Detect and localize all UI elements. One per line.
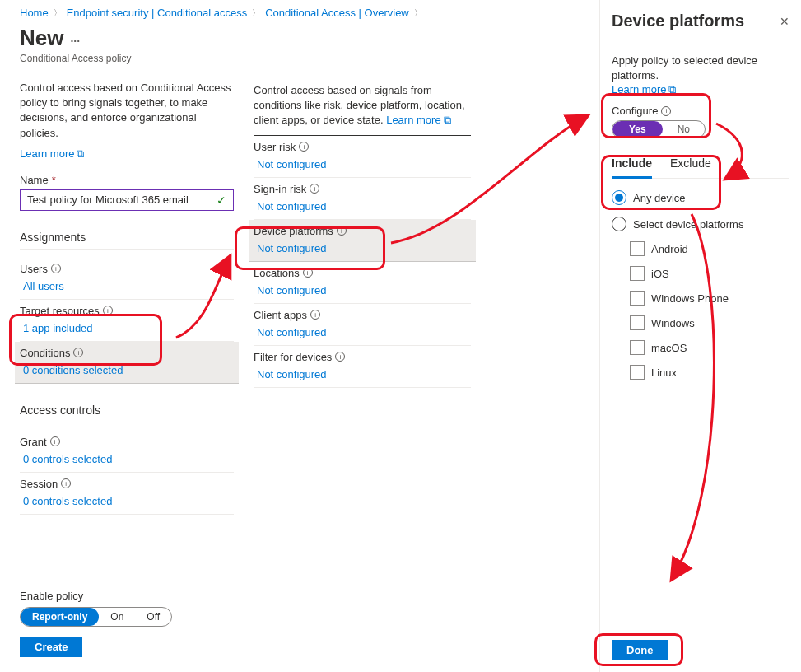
breadcrumb-endpoint[interactable]: Endpoint security | Conditional access [67,7,247,19]
checkbox-macos[interactable]: macOS [630,340,789,355]
conditions-item[interactable]: Conditions i 0 conditions selected [15,342,239,384]
info-icon: i [310,310,320,320]
checkbox-icon [630,241,645,256]
toggle-no[interactable]: No [663,121,705,138]
checkbox-windows-phone[interactable]: Windows Phone [630,291,789,306]
info-icon: i [50,436,60,446]
session-item[interactable]: Session i 0 controls selected [20,473,234,515]
panel-title: Device platforms [612,12,744,30]
radio-any-device[interactable]: Any device [612,190,789,205]
panel-description: Apply policy to selected device platform… [612,54,789,83]
learn-more-link[interactable]: Learn more⧉ [386,114,450,126]
name-label: Name * [20,174,234,186]
checkbox-linux[interactable]: Linux [630,365,789,380]
radio-icon [612,190,626,205]
client-apps-item[interactable]: Client apps i Not configured [254,304,471,346]
users-item[interactable]: Users i All users [20,258,234,300]
toggle-off[interactable]: Off [135,608,171,626]
info-icon: i [335,352,345,362]
sign-in-risk-item[interactable]: Sign-in risk i Not configured [254,178,471,220]
learn-more-link[interactable]: Learn more⧉ [20,147,84,160]
filter-devices-item[interactable]: Filter for devices i Not configured [254,346,471,388]
enable-policy-toggle[interactable]: Report-only On Off [20,607,172,627]
done-button[interactable]: Done [612,640,668,660]
page-title: New··· [20,26,234,51]
breadcrumb-overview[interactable]: Conditional Access | Overview [265,7,409,19]
configure-toggle[interactable]: Yes No [612,120,706,138]
policy-description: Control access based on Conditional Acce… [20,81,234,141]
checkbox-android[interactable]: Android [630,241,789,256]
checkbox-icon [630,266,645,281]
external-link-icon: ⧉ [77,147,84,161]
checkbox-windows[interactable]: Windows [630,315,789,330]
info-icon: i [310,184,319,194]
configure-label: Configure i [612,105,789,117]
toggle-yes[interactable]: Yes [612,121,663,138]
checkbox-ios[interactable]: iOS [630,266,789,281]
access-controls-heading: Access controls [20,404,234,422]
target-resources-item[interactable]: Target resources i 1 app included [20,300,234,342]
breadcrumb-home[interactable]: Home [20,7,49,19]
info-icon: i [661,106,671,116]
info-icon: i [103,306,113,315]
toggle-on[interactable]: On [99,608,135,626]
grant-item[interactable]: Grant i 0 controls selected [20,431,234,473]
close-icon[interactable]: ✕ [780,15,789,28]
external-link-icon: ⧉ [668,83,676,96]
checkbox-icon [630,340,645,355]
chevron-right-icon: 〉 [54,7,62,19]
radio-select-platforms[interactable]: Select device platforms [612,217,789,231]
info-icon: i [299,142,309,152]
assignments-heading: Assignments [20,231,234,250]
chevron-right-icon: 〉 [414,7,422,19]
user-risk-item[interactable]: User risk i Not configured [254,136,471,178]
checkbox-icon [630,315,645,330]
external-link-icon: ⧉ [444,113,451,128]
info-icon: i [337,226,347,236]
info-icon: i [73,348,83,357]
tab-include[interactable]: Include [612,156,652,179]
info-icon: i [303,268,313,278]
conditions-description: Control access based on signals from con… [254,83,471,128]
enable-policy-label: Enable policy [20,590,563,602]
footer: Enable policy Report-only On Off Create [0,576,583,672]
device-platforms-item[interactable]: Device platforms i Not configured [249,220,476,262]
device-platforms-panel: Device platforms ✕ Apply policy to selec… [599,0,801,672]
chevron-right-icon: 〉 [252,7,260,19]
name-input[interactable]: Test policy for Microsoft 365 email ✓ [20,189,234,211]
locations-item[interactable]: Locations i Not configured [254,262,471,304]
checkbox-icon [630,365,645,380]
toggle-report-only[interactable]: Report-only [21,608,99,626]
checkbox-icon [630,291,645,306]
page-subtitle: Conditional Access policy [20,53,234,64]
more-icon[interactable]: ··· [70,35,80,48]
info-icon: i [51,264,61,273]
radio-icon [612,217,626,231]
learn-more-link[interactable]: Learn more⧉ [612,83,676,96]
create-button[interactable]: Create [20,637,82,657]
info-icon: i [61,478,71,488]
tab-exclude[interactable]: Exclude [670,156,711,178]
checkmark-icon: ✓ [217,194,226,207]
